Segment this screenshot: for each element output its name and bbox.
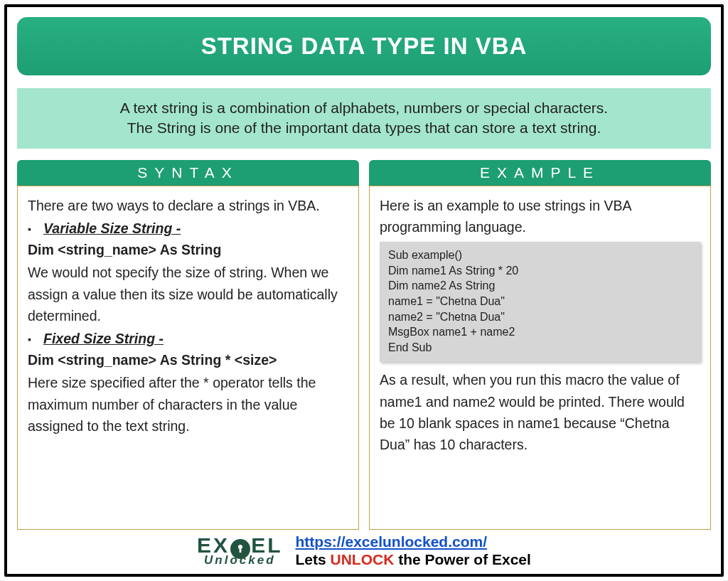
tagline-post: the Power of Excel bbox=[394, 551, 531, 567]
example-column: EXAMPLE Here is an example to use string… bbox=[369, 160, 711, 530]
syntax-item-1-title: Variable Size String - bbox=[43, 218, 181, 239]
page-title: STRING DATA TYPE IN VBA bbox=[17, 17, 711, 75]
example-result: As a result, when you run this macro the… bbox=[380, 369, 700, 455]
code-line: Sub example() bbox=[388, 247, 692, 263]
code-line: MsgBox name1 + name2 bbox=[388, 324, 692, 340]
syntax-item-1-desc: We would not specify the size of string.… bbox=[28, 262, 348, 326]
code-line: name2 = "Chetna Dua" bbox=[388, 309, 692, 325]
syntax-item-2-desc: Here size specified after the * operator… bbox=[28, 372, 348, 437]
syntax-item-2: ▪ Fixed Size String - bbox=[28, 328, 348, 349]
syntax-item-2-decl: Dim <string_name> As String * <size> bbox=[28, 349, 348, 371]
logo-text-left: EX bbox=[197, 536, 230, 555]
code-block: Sub example() Dim name1 As String * 20 D… bbox=[380, 242, 700, 362]
keyhole-icon bbox=[230, 539, 250, 559]
code-line: name1 = "Chetna Dua" bbox=[388, 294, 692, 309]
syntax-body: There are two ways to declare a strings … bbox=[17, 186, 359, 530]
syntax-intro: There are two ways to declare a strings … bbox=[28, 195, 348, 216]
document-frame: STRING DATA TYPE IN VBA A text string is… bbox=[4, 4, 724, 577]
syntax-item-2-title: Fixed Size String - bbox=[43, 328, 164, 349]
brand-logo: EX EL Unlocked bbox=[197, 535, 282, 565]
code-line: Dim name1 As String * 20 bbox=[388, 263, 692, 279]
footer-text: https://excelunlocked.com/ Lets UNLOCK t… bbox=[295, 533, 530, 568]
syntax-column: SYNTAX There are two ways to declare a s… bbox=[17, 160, 359, 530]
desc-line-2: The String is one of the important data … bbox=[127, 119, 601, 136]
footer-link[interactable]: https://excelunlocked.com/ bbox=[295, 533, 487, 550]
syntax-item-1: ▪ Variable Size String - bbox=[28, 218, 348, 239]
syntax-item-1-decl: Dim <string_name> As String bbox=[28, 239, 348, 260]
svg-rect-1 bbox=[240, 548, 242, 553]
tagline-unlock: UNLOCK bbox=[331, 551, 395, 567]
columns-container: SYNTAX There are two ways to declare a s… bbox=[17, 160, 711, 530]
logo-top: EX EL bbox=[197, 535, 282, 555]
code-line: End Sub bbox=[388, 340, 692, 356]
code-line: Dim name2 As String bbox=[388, 278, 692, 294]
bullet-icon: ▪ bbox=[28, 328, 43, 348]
footer: EX EL Unlocked https://excelunlocked.com… bbox=[17, 533, 711, 568]
logo-text-right: EL bbox=[251, 536, 282, 555]
bullet-icon: ▪ bbox=[28, 218, 43, 238]
syntax-header: SYNTAX bbox=[17, 160, 359, 186]
example-intro: Here is an example to use strings in VBA… bbox=[380, 195, 700, 238]
description-banner: A text string is a combination of alphab… bbox=[17, 88, 711, 149]
example-header: EXAMPLE bbox=[369, 160, 711, 186]
example-body: Here is an example to use strings in VBA… bbox=[369, 186, 711, 530]
tagline-pre: Lets bbox=[295, 551, 330, 567]
desc-line-1: A text string is a combination of alphab… bbox=[120, 100, 608, 116]
